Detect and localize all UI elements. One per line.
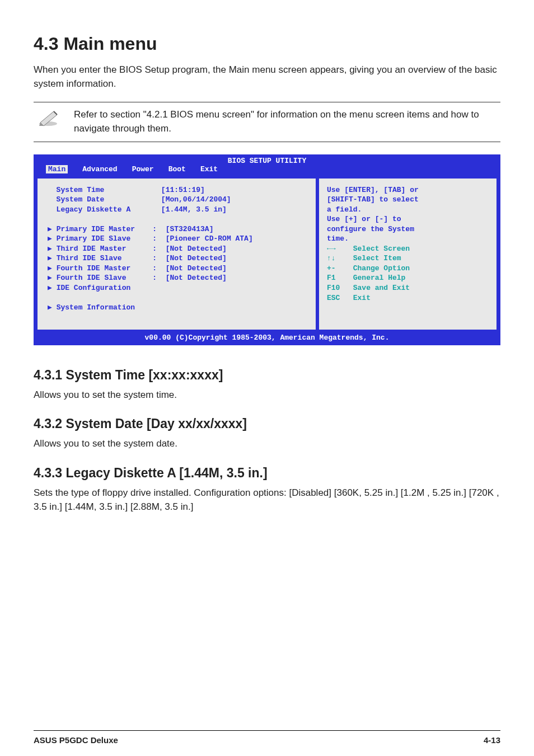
bios-footer: v00.00 (C)Copyright 1985-2003, American … xyxy=(35,332,499,344)
bios-menubar: Main Advanced Power Boot Exit xyxy=(35,165,499,176)
footer-product: ASUS P5GDC Deluxe xyxy=(34,735,118,745)
bios-menu-advanced[interactable]: Advanced xyxy=(82,165,117,173)
subsection-432-text: Allows you to set the system date. xyxy=(34,437,500,451)
note-text: Refer to section "4.2.1 BIOS menu screen… xyxy=(74,108,498,135)
bios-right-panel: Use [ENTER], [TAB] or[SHIFT-TAB] to sele… xyxy=(318,178,497,330)
bios-menu-boot[interactable]: Boot xyxy=(168,165,186,173)
subsection-433-title: 4.3.3 Legacy Diskette A [1.44M, 3.5 in.] xyxy=(34,466,500,481)
subsection-432-title: 4.3.2 System Date [Day xx/xx/xxxx] xyxy=(34,416,500,431)
bios-menu-power[interactable]: Power xyxy=(132,165,154,173)
bios-left-panel: System Time [11:51:19] System Date [Mon,… xyxy=(37,178,316,330)
bios-screenshot: BIOS SETUP UTILITY Main Advanced Power B… xyxy=(34,154,500,345)
intro-paragraph: When you enter the BIOS Setup program, t… xyxy=(34,63,500,91)
footer-page-number: 4-13 xyxy=(484,735,500,745)
section-title: 4.3 Main menu xyxy=(34,34,500,54)
pencil-icon xyxy=(36,108,63,127)
bios-header: BIOS SETUP UTILITY xyxy=(35,156,499,165)
bios-menu-main[interactable]: Main xyxy=(46,165,68,173)
subsection-433-text: Sets the type of floppy drive installed.… xyxy=(34,486,500,514)
bios-menu-exit[interactable]: Exit xyxy=(200,165,218,173)
subsection-431-title: 4.3.1 System Time [xx:xx:xxxx] xyxy=(34,368,500,383)
page-footer: ASUS P5GDC Deluxe 4-13 xyxy=(34,730,500,745)
note-box: Refer to section "4.2.1 BIOS menu screen… xyxy=(34,102,500,142)
subsection-431-text: Allows you to set the system time. xyxy=(34,388,500,402)
